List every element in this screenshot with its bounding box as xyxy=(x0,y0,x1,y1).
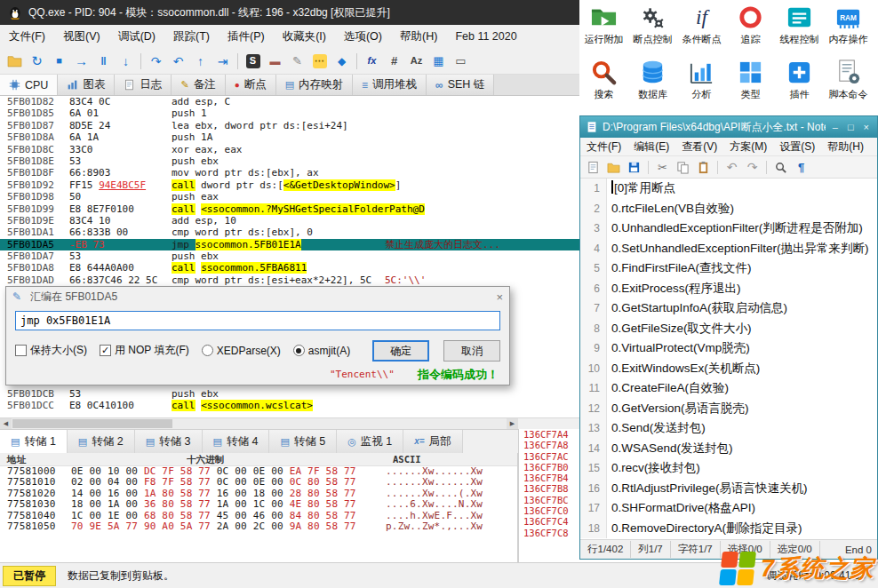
scroll-right-arrow-icon[interactable]: ▶ xyxy=(507,418,518,429)
editor-line[interactable]: 130.Send(发送封包) xyxy=(580,418,877,439)
menu-item[interactable]: 选项(O) xyxy=(335,25,391,48)
tab-seh链[interactable]: ∞SEH 链 xyxy=(427,75,494,95)
restart-button[interactable]: ↻ xyxy=(26,51,48,72)
launcher-item-数据库[interactable]: 数据库 xyxy=(628,58,677,110)
patch-button[interactable]: ▬ xyxy=(264,51,286,72)
np-paste-button[interactable] xyxy=(694,158,713,176)
menu-item[interactable]: 编辑(E) xyxy=(627,139,675,155)
editor-line[interactable]: 80.GetFileSize(取文件大小) xyxy=(580,319,877,339)
step-into-button[interactable]: ↷ xyxy=(145,51,167,72)
tab-图表[interactable]: 图表 xyxy=(58,75,115,95)
np-redo-button[interactable]: ↷ xyxy=(743,158,762,176)
menu-item[interactable]: 文件(F) xyxy=(0,25,54,48)
step-over-button[interactable]: ↶ xyxy=(167,51,189,72)
editor-line[interactable]: 40.SetUnhandledExceptionFilter(抛出异常来判断) xyxy=(580,239,877,259)
editor-line[interactable]: 160.RtlAdjustPrivilege(易语言快速关机) xyxy=(580,479,877,499)
np-open-button[interactable] xyxy=(604,158,623,176)
notepad2-editor[interactable]: 1[0]常用断点20.rtcFileLen(VB自效验)30.Unhandled… xyxy=(580,179,877,539)
xedparse-radio[interactable] xyxy=(202,345,213,356)
launcher-item-类型[interactable]: 类型 xyxy=(726,58,775,110)
pause-button[interactable]: ‖ xyxy=(92,51,115,72)
editor-line[interactable]: 140.WSASend(发送封包) xyxy=(580,439,877,459)
shield-button[interactable]: ◆ xyxy=(331,51,353,72)
menu-item[interactable]: 调试(D) xyxy=(109,25,164,48)
editor-line[interactable]: 120.GetVersion(易语言脱壳) xyxy=(580,399,877,419)
hash-button[interactable]: # xyxy=(383,51,405,72)
editor-line[interactable]: 90.VirtualProtect(Vmp脱壳) xyxy=(580,338,877,359)
tab-转储4[interactable]: ▤转储 4 xyxy=(203,430,270,453)
editor-line[interactable]: 60.ExitProcess(程序退出) xyxy=(580,279,877,299)
memory-button[interactable]: ▦ xyxy=(427,51,450,72)
menu-item[interactable]: 方案(M) xyxy=(723,139,773,155)
pencil-button[interactable]: ✎ xyxy=(286,51,308,72)
dump-row[interactable]: 7758105070 9E 5A 77 90 A0 5A 77 2A 00 2C… xyxy=(0,521,517,532)
launcher-item-条件断点[interactable]: if条件断点 xyxy=(677,3,726,55)
stop-button[interactable]: ■ xyxy=(48,51,70,72)
menu-item[interactable]: 跟踪(T) xyxy=(164,25,219,48)
menu-item[interactable]: 查看(V) xyxy=(675,139,723,155)
run-button[interactable]: → xyxy=(70,51,92,72)
tab-转储3[interactable]: ▤转储 3 xyxy=(135,430,203,453)
ok-button[interactable]: 确定 xyxy=(372,340,429,362)
launcher-item-插件[interactable]: 插件 xyxy=(775,58,824,110)
launcher-item-断点控制[interactable]: 断点控制 xyxy=(628,3,677,55)
editor-line[interactable]: 150.recv(接收封包) xyxy=(580,458,877,479)
np-cut-button[interactable]: ✂ xyxy=(653,158,672,176)
horizontal-scrollbar[interactable]: ◀ ▶ xyxy=(0,418,518,429)
launcher-item-运行附加[interactable]: 运行附加 xyxy=(579,3,628,55)
editor-line[interactable]: 20.rtcFileLen(VB自效验) xyxy=(580,199,877,219)
maximize-icon[interactable]: □ xyxy=(845,122,857,132)
scroll-left-arrow-icon[interactable]: ◀ xyxy=(0,418,12,429)
launcher-item[interactable] xyxy=(873,58,878,110)
editor-line[interactable]: 1[0]常用断点 xyxy=(580,179,877,199)
launcher-item-追踪[interactable]: 追踪 xyxy=(726,3,775,55)
tab-监视1[interactable]: ◎监视 1 xyxy=(337,430,403,453)
cancel-button[interactable]: 取消 xyxy=(443,340,500,362)
assemble-dialog-titlebar[interactable]: ✎ 汇编在 5FB01DA5 × xyxy=(6,287,509,306)
open-folder-button[interactable] xyxy=(4,51,26,72)
np-save-button[interactable] xyxy=(625,158,643,176)
launcher-item-脚本命令[interactable]: 脚本命令 xyxy=(824,58,873,110)
step-out-button[interactable]: ↑ xyxy=(189,51,212,72)
np-undo-button[interactable]: ↶ xyxy=(722,158,741,176)
tab-局部[interactable]: x=局部 xyxy=(403,430,462,453)
menu-item[interactable]: 帮助(H) xyxy=(821,139,870,155)
run-to-cursor-button[interactable]: ⇥ xyxy=(212,51,234,72)
np-new-button[interactable] xyxy=(584,158,603,176)
np-copy-button[interactable] xyxy=(674,158,692,176)
tab-cpu[interactable]: CPU xyxy=(0,75,58,95)
tab-日志[interactable]: 日志 xyxy=(115,75,172,95)
asmjit-radio[interactable] xyxy=(293,345,305,356)
scylla-button[interactable]: S xyxy=(242,51,264,72)
tab-转储2[interactable]: ▤转储 2 xyxy=(68,430,135,453)
comment-button[interactable]: ⋯ xyxy=(308,51,331,72)
editor-line[interactable]: 100.ExitWindowsEx(关机断点) xyxy=(580,359,877,379)
fill-nop-checkbox[interactable]: ✓ xyxy=(100,345,111,356)
run-down-button[interactable]: ↓ xyxy=(115,51,137,72)
launcher-item[interactable] xyxy=(873,3,878,55)
launcher-item-线程控制[interactable]: 线程控制 xyxy=(775,3,824,55)
instruction-input[interactable] xyxy=(15,311,500,330)
np-find-button[interactable] xyxy=(771,158,790,176)
menu-item[interactable]: 文件(F) xyxy=(580,139,627,155)
close-icon[interactable]: × xyxy=(861,122,872,132)
tab-断点[interactable]: ●断点 xyxy=(226,75,276,95)
editor-line[interactable]: 170.SHFormatDrive(格盘API) xyxy=(580,498,877,519)
tab-转储5[interactable]: ▤转储 5 xyxy=(269,430,337,453)
az-button[interactable]: Az xyxy=(405,51,427,72)
fx-button[interactable]: fx xyxy=(361,51,383,72)
screen-button[interactable]: ▭ xyxy=(450,51,472,72)
notepad2-titlebar[interactable]: D:\Program Files\x64dbg\API断点小全.txt - No… xyxy=(580,116,877,138)
launcher-item-内存操作[interactable]: RAM内存操作 xyxy=(824,3,873,55)
scrollbar-thumb[interactable] xyxy=(12,419,172,428)
editor-line[interactable]: 30.UnhandledExceptionFilter(判断进程是否附加) xyxy=(580,219,877,239)
tab-备注[interactable]: ✎备注 xyxy=(172,75,225,95)
menu-item[interactable]: 收藏夹(I) xyxy=(274,25,335,48)
tab-转储1[interactable]: ▤转储 1 xyxy=(0,430,68,453)
np-wrap-button[interactable]: ¶ xyxy=(792,158,810,176)
close-icon[interactable]: × xyxy=(496,290,503,304)
keep-size-checkbox[interactable] xyxy=(15,345,27,356)
minimize-icon[interactable]: – xyxy=(830,122,841,132)
launcher-item-搜索[interactable]: 搜索 xyxy=(579,58,628,110)
editor-line[interactable]: 50.FindFirstFileA(查找文件) xyxy=(580,258,877,279)
